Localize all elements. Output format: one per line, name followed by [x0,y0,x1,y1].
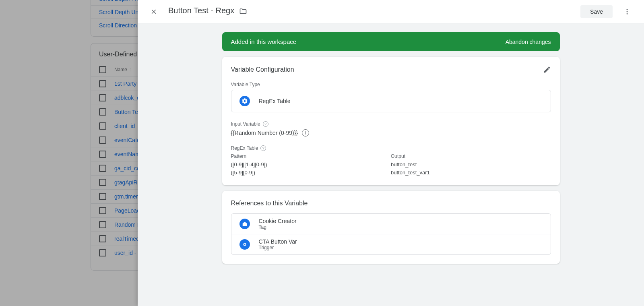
help-icon[interactable]: ? [260,145,266,151]
tag-icon [239,219,250,229]
input-variable-value-row: {{Random Number (0-99)}} i [231,129,551,136]
panel-title[interactable]: Button Test - Regx [168,6,234,17]
variable-type-label: Variable Type [231,82,551,87]
references-card: References to this Variable Cookie Creat… [222,191,560,264]
folder-icon[interactable] [239,7,247,15]
more-vert-icon [623,8,631,15]
panel-title-wrap[interactable]: Button Test - Regx [168,6,247,17]
svg-point-2 [627,13,628,14]
pattern-cell: ([5-9][0-9]) [231,169,391,177]
output-col-label: Output [391,153,551,159]
help-icon[interactable]: ? [263,121,268,127]
regex-table: Pattern Output ([0-9]|[1-4][0-9]) button… [231,153,551,176]
regex-row: ([5-9][0-9]) button_test_var1 [231,169,551,177]
regex-table-head: Pattern Output [231,153,551,161]
panel-header: Button Test - Regx Save [138,0,644,23]
reference-type: Trigger [259,245,297,250]
variable-type-selector[interactable]: RegEx Table [231,90,551,112]
close-icon [150,8,157,15]
trigger-icon [239,239,250,250]
pencil-icon [543,66,551,74]
pattern-cell: ([0-9]|[1-4][0-9]) [231,161,391,169]
output-cell: button_test_var1 [391,169,551,177]
edit-config-button[interactable] [543,66,551,74]
config-title: Variable Configuration [231,66,294,73]
regex-table-label: RegEx Table ? [231,145,551,151]
reference-row[interactable]: CTA Button Var Trigger [231,234,551,254]
references-list: Cookie Creator Tag CTA Button Var Trigge… [231,213,551,255]
input-variable-label: Input Variable ? [231,121,551,127]
input-variable-value: {{Random Number (0-99)}} [231,130,298,136]
close-button[interactable] [147,4,161,19]
references-title: References to this Variable [231,200,551,207]
variable-editor-panel: Button Test - Regx Save Added in this wo… [138,0,644,306]
save-button[interactable]: Save [580,5,613,18]
svg-point-4 [244,244,246,245]
config-card-header: Variable Configuration [231,66,551,74]
status-banner: Added in this workspace Abandon changes [222,32,560,51]
status-text: Added in this workspace [231,38,297,45]
regex-row: ([0-9]|[1-4][0-9]) button_test [231,161,551,169]
regex-type-icon [239,96,250,106]
output-cell: button_test [391,161,551,169]
reference-name: CTA Button Var [259,238,297,245]
panel-body: Added in this workspace Abandon changes … [138,23,644,306]
variable-config-card: Variable Configuration Variable Type Reg… [222,57,560,185]
svg-point-0 [627,9,628,10]
variable-type-name: RegEx Table [259,98,291,104]
reference-row[interactable]: Cookie Creator Tag [231,214,551,234]
reference-type: Tag [259,224,297,230]
abandon-changes-link[interactable]: Abandon changes [506,39,551,45]
more-menu-button[interactable] [620,4,634,19]
reference-name: Cookie Creator [259,218,297,224]
info-icon[interactable]: i [302,129,309,136]
svg-point-1 [627,11,628,12]
pattern-col-label: Pattern [231,153,391,159]
